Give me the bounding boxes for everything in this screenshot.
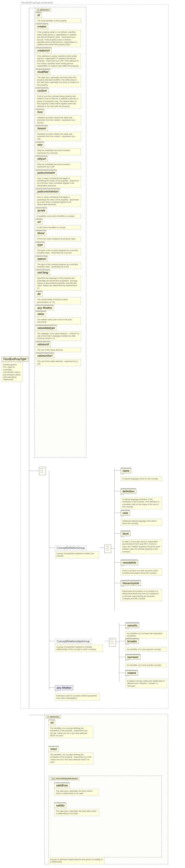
attr-label: literal — [36, 231, 46, 236]
element-desc: Extension point for provider-defined pro… — [55, 693, 100, 701]
attr-why: whyWhy the metadata has been included - … — [36, 142, 85, 155]
attr-label: xml:lang — [36, 270, 50, 275]
cdg-child-definition: definition0..∞A natural language definit… — [121, 489, 168, 509]
attr-label: pubconstraint — [36, 170, 57, 175]
sequence-main — [39, 467, 46, 475]
attr-label: typeuri — [36, 256, 48, 261]
attr-label: custom — [36, 88, 49, 93]
attr-label: valueunit — [36, 342, 51, 347]
attr-desc: If the property value is not defined, sp… — [36, 30, 81, 47]
element-desc: Additional natural language information … — [121, 519, 162, 526]
attr-desc: The type of the concept assigned as cont… — [36, 262, 81, 269]
attr-desc: The unit of the value attribute. — [36, 348, 81, 352]
element-desc: An identifier of a concept with equivale… — [125, 631, 167, 638]
attr-desc: The identifier of a concept defining the… — [48, 726, 93, 738]
attr-desc: One or many constraints that apply to pu… — [36, 176, 81, 188]
crg-child-related: related0..∞A related concept, where the … — [125, 671, 170, 688]
cardinality: 0..∞ — [125, 675, 129, 677]
cardinality: 0..∞ — [125, 627, 129, 629]
attr-desc: A qualified code which identifies a conc… — [36, 214, 81, 218]
cdg-child-hierarchyinfo: hierarchyInfo0..∞Represents the position… — [121, 581, 168, 601]
group-label: ConceptRelationshipsGroup — [55, 639, 91, 644]
attr-label: rel — [48, 720, 56, 725]
cardinality: 0..∞ — [121, 515, 124, 517]
crg-child-sameas: sameAs0..∞An identifier of a concept wit… — [125, 623, 170, 638]
attr-label: why — [36, 142, 44, 147]
attr-label: id — [36, 13, 42, 18]
attr-label: reluri — [48, 747, 59, 751]
attr-rel: relThe identifier of a concept defining … — [48, 720, 93, 738]
element-desc: An identifier of a more specific concept… — [125, 663, 167, 668]
attr-label: any ##other — [36, 305, 54, 310]
attr-creatoruri: creatoruriIf the attribute is empty, spe… — [36, 48, 85, 68]
group-label: ConceptDefinitionGroup — [55, 546, 87, 551]
attr-desc: If set to true the corresponding propert… — [36, 94, 81, 108]
attr-label: modified — [36, 69, 50, 74]
attr-label: valueunituri — [36, 353, 54, 358]
crg-child-narrower: narrower0..∞An identifier of a more spec… — [125, 655, 170, 668]
attr-uri: uriA URI which identifies a concept. — [36, 219, 85, 230]
attr-label: value — [36, 311, 46, 316]
element-desc: In NAR 1.8 and later, facet is deprecate… — [121, 539, 162, 554]
attr-reluri: reluriThe identifier of a concept defini… — [48, 747, 93, 765]
element-desc: A natural language definition of the sem… — [121, 497, 162, 509]
crg-child-broader: broader0..∞An identifier of a more gener… — [125, 639, 170, 652]
attr-desc: A free-text value assigned as property v… — [36, 237, 81, 241]
attr-desc: Indicates by which means the value was e… — [36, 132, 81, 141]
attributes-header: ▢ attributes — [36, 8, 51, 11]
cardinality: 0..∞ — [121, 585, 124, 587]
attr-valueunit: valueunitThe unit of the value attribute… — [36, 342, 85, 352]
attr-desc: A URI which identifies a concept. — [36, 225, 81, 230]
attr-value: valueThe related value (see more in the … — [36, 311, 85, 324]
element-desc: A natural language name for the concept. — [121, 476, 162, 481]
attr-desc: The unit of the value attribute - expres… — [36, 359, 81, 366]
attr-group-header: ▢▢ timeValidityAttributes — [50, 777, 79, 780]
attr-desc: The date (and, optionally, the time) aft… — [54, 809, 99, 816]
attr-validfrom: validfromThe date (and, optionally, the … — [54, 783, 99, 796]
attr-typeuri: typeuriThe type of the concept assigned … — [36, 256, 85, 269]
attr-desc: Why the metadata has been included - exp… — [36, 148, 81, 155]
sequence-crg — [109, 638, 116, 647]
element-desc: A related concept, where the relationshi… — [125, 679, 167, 688]
attr-desc: If the attribute is empty, specifies whi… — [36, 54, 81, 68]
attr-desc: The local identifier of the property. — [36, 19, 81, 23]
attr-desc: Why the metadata has been included - exp… — [36, 162, 81, 169]
sequence-cdg — [104, 545, 111, 553]
cardinality: 0..∞ — [121, 473, 124, 475]
attr-desc: The type of the concept assigned as cont… — [36, 248, 81, 255]
attr-label: howuri — [36, 126, 48, 131]
concept-definition-group: ConceptDefinitionGroupA group of propert… — [55, 546, 99, 558]
attr-valueunituri: valueunituriThe unit of the value attrib… — [36, 353, 85, 366]
cardinality: 0..∞ — [55, 690, 58, 692]
attr-custom: customIf set to true the corresponding p… — [36, 88, 85, 108]
cardinality: 0..∞ — [121, 536, 124, 537]
attr-validto: validtoThe date (and, optionally, the ti… — [54, 803, 99, 816]
element-desc: A link to an item or a web resource whic… — [121, 568, 162, 576]
attr-label: pubconstrainturi — [36, 189, 60, 194]
cdg-child-name: name0..∞A natural language name for the … — [121, 468, 168, 481]
cdg-child-note: note0..∞Additional natural language info… — [121, 510, 168, 526]
cardinality: 0..∞ — [121, 493, 124, 495]
attr-label: creator — [36, 24, 48, 29]
attr-desc: The related value (see more in the spec … — [36, 317, 81, 324]
attr-type: typeThe type of the concept assigned as … — [36, 242, 85, 255]
attr-any-other: any ##other — [36, 305, 85, 310]
concept-relationships-group: ConceptRelationshipsGroupA group of prop… — [55, 639, 105, 652]
cdg-child-facet: facet0..∞In NAR 1.8 and later, facet is … — [121, 531, 168, 554]
attr-dir: dirThe directionality of textual content… — [36, 291, 85, 304]
attr-modified: modifiedThe date (and, optionally, the t… — [36, 69, 85, 87]
attr-whyuri: whyuriWhy the metadata has been included… — [36, 156, 85, 169]
cardinality: 0..∞ — [125, 659, 129, 661]
attr-pubconstraint: pubconstraintOne or many constraints tha… — [36, 170, 85, 188]
attr-id: idThe local identifier of the property. — [36, 13, 85, 23]
element-desc: Represents the position of a concept in … — [121, 589, 162, 601]
attr-valuedatatype: valuedatatypeThe datatype of the value a… — [36, 326, 85, 341]
attr-group-desc: A group of attributes expressing the tim… — [48, 857, 104, 864]
attr-label: how — [36, 110, 44, 115]
attr-desc: Indicates by which means the value was e… — [36, 115, 81, 125]
attributes-panel: ▢ attributesidThe local identifier of th… — [34, 7, 86, 458]
attr-desc: The identifier of a concept defining the… — [48, 752, 93, 765]
cardinality: 0..∞ — [121, 565, 124, 566]
attr-qcode: qcodeA qualified code which identifies a… — [36, 208, 85, 218]
attr-xml-lang: xml:langSpecifies the language of this p… — [36, 270, 85, 290]
